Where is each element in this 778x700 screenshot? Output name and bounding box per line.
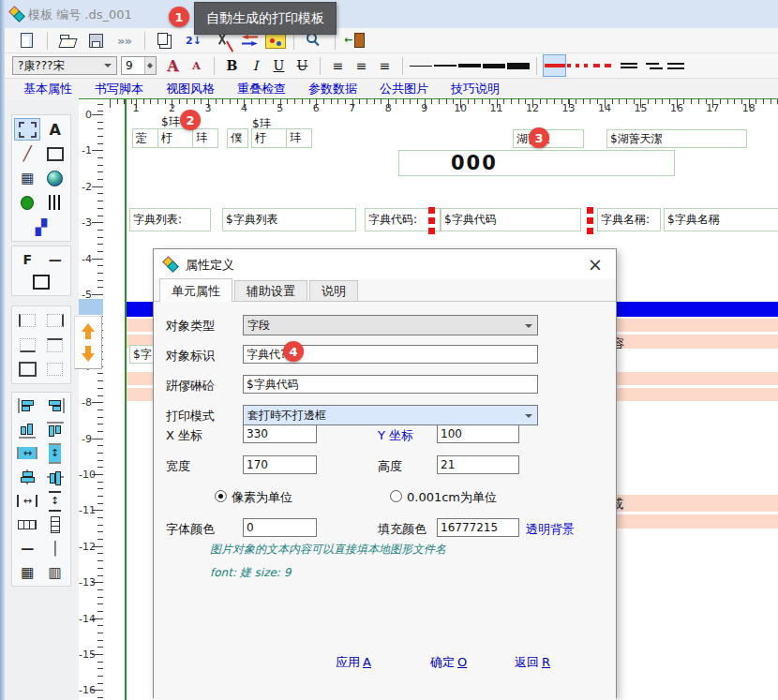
print-mode-select[interactable]: 套打時不打邊框 [243,405,538,425]
border-right-tool[interactable] [43,310,67,331]
bitmap-tool[interactable]: ▞ [29,216,53,237]
move-down-arrow-icon[interactable] [82,346,95,362]
dict-list-label-box[interactable]: 字典列表: [129,208,211,231]
align-right-edge-tool[interactable] [43,395,67,416]
rect-tool[interactable] [43,143,67,164]
fill-color-input[interactable] [437,518,519,537]
grid-tool[interactable]: ▦ [15,562,39,583]
align-center-icon[interactable]: ≡ [351,55,372,76]
menu-item-4[interactable]: 重叠检查 [237,81,286,97]
table-tool[interactable]: ▦ [15,168,39,188]
selection-handle[interactable] [428,228,435,234]
big-number-box[interactable]: 000 [398,150,675,176]
equal-width-tool[interactable] [15,514,39,535]
line-w4-icon[interactable] [483,55,505,76]
border-bottom-tool[interactable] [15,335,39,355]
align-left-icon[interactable]: ≡ [327,55,349,76]
copy-icon[interactable] [153,30,178,52]
selection-handle[interactable] [428,207,435,214]
center-h-page-tool[interactable]: ↔ [15,443,39,464]
align-top-edge-tool[interactable] [43,420,67,440]
selection-handle[interactable] [587,207,593,214]
border-left-tool[interactable] [15,310,39,331]
space-equal-h-tool[interactable]: ↔ [15,491,39,512]
bug-tool[interactable] [15,192,39,213]
menu-item-5[interactable]: 参数数据 [308,81,357,97]
save-file-icon[interactable] [83,30,109,52]
open-file-icon[interactable] [55,30,81,52]
border-top-tool[interactable] [43,335,67,355]
dict-code-value-box-selected[interactable]: $字典代码 [441,208,581,231]
equal-height-tool[interactable] [43,514,67,535]
font-color-input[interactable] [243,518,317,537]
underline-icon[interactable]: U [268,55,290,76]
close-icon[interactable]: × [588,253,603,276]
bold-icon[interactable]: B [221,55,243,76]
strikethrough-icon[interactable]: U [292,55,313,76]
menu-item-1[interactable]: 基本属性 [23,81,72,97]
menu-item-6[interactable]: 公共图片 [380,81,428,97]
selection-handle[interactable] [587,217,593,224]
align-left-edge-tool[interactable] [15,395,39,416]
picture-icon[interactable] [265,33,286,49]
move-up-arrow-icon[interactable] [82,323,95,339]
back-button[interactable]: 返回R [515,654,550,671]
dialog-tab-2[interactable]: 辅助设置 [234,280,307,301]
barcode-tool[interactable] [43,192,67,213]
red-solid-icon[interactable] [544,55,565,76]
red-dotted-icon[interactable] [567,55,591,76]
line-w3-icon[interactable] [458,55,481,76]
y-input[interactable] [437,424,519,443]
center-on-hline-tool[interactable] [43,467,67,487]
font-family-select[interactable]: ?康???宋 [12,56,117,75]
align-right-icon[interactable]: ≡ [374,55,396,76]
border-none-tool[interactable] [43,359,67,380]
select-tool[interactable] [15,119,39,140]
dialog-tab-1[interactable]: 单元属性 [159,278,232,302]
image-tool[interactable] [43,168,67,188]
line-w5-icon[interactable] [507,55,530,76]
dict-name-label-box[interactable]: 字典名稱: [597,208,661,231]
menu-item-7[interactable]: 技巧说明 [451,81,500,97]
ok-button[interactable]: 确定O [430,654,467,671]
unit-pixel-radio[interactable] [215,490,227,502]
menu-item-2[interactable]: 书写脚本 [95,81,143,97]
red-dashed-icon[interactable] [593,55,616,76]
pair-line-1-icon[interactable] [618,55,639,76]
pair-line-3-icon[interactable] [665,55,686,76]
dict-name-value-box[interactable]: $字典名稱 [664,208,778,231]
apply-button[interactable]: 应用A [336,654,371,671]
dialog-tab-3[interactable]: 说明 [309,280,358,301]
field-tool[interactable]: F [15,249,39,270]
object-type-select[interactable]: 字段 [243,315,538,335]
print-content-input[interactable] [243,375,538,394]
menu-item-3[interactable]: 视图风格 [166,81,215,97]
field-box[interactable]: 玤 [192,128,218,148]
box-tool[interactable] [29,272,53,292]
field-box[interactable]: 玤 [286,128,312,148]
height-input[interactable] [437,455,519,474]
width-input[interactable] [243,455,317,474]
field-box[interactable]: 杅 [251,128,287,148]
text-tool[interactable]: A [43,119,67,140]
field-box[interactable]: 萣 [132,128,158,148]
title-var-field-box[interactable]: $湖萅天潔 [606,129,747,148]
line-tool[interactable]: ╱ [15,143,39,164]
font-decrease-icon[interactable]: A [186,55,207,76]
print-preview-icon[interactable]: »» [112,30,137,52]
font-increase-icon[interactable]: A [162,55,184,76]
line-w2-icon[interactable] [434,55,456,76]
center-v-page-tool[interactable]: ↕ [43,443,67,464]
table-grid-tool[interactable]: ▥ [43,562,67,583]
selection-handle[interactable] [587,228,593,234]
new-file-icon[interactable] [14,30,39,52]
selection-handle[interactable] [428,217,435,224]
center-on-vline-tool[interactable] [15,467,39,487]
field-box[interactable]: 杅 [157,128,193,148]
x-input[interactable] [243,424,317,443]
draw-vline-tool[interactable]: │ [43,538,67,559]
align-bottom-edge-tool[interactable] [15,420,39,440]
border-all-tool[interactable] [15,359,39,380]
pair-line-2-icon[interactable] [641,55,663,76]
italic-icon[interactable]: I [245,55,266,76]
